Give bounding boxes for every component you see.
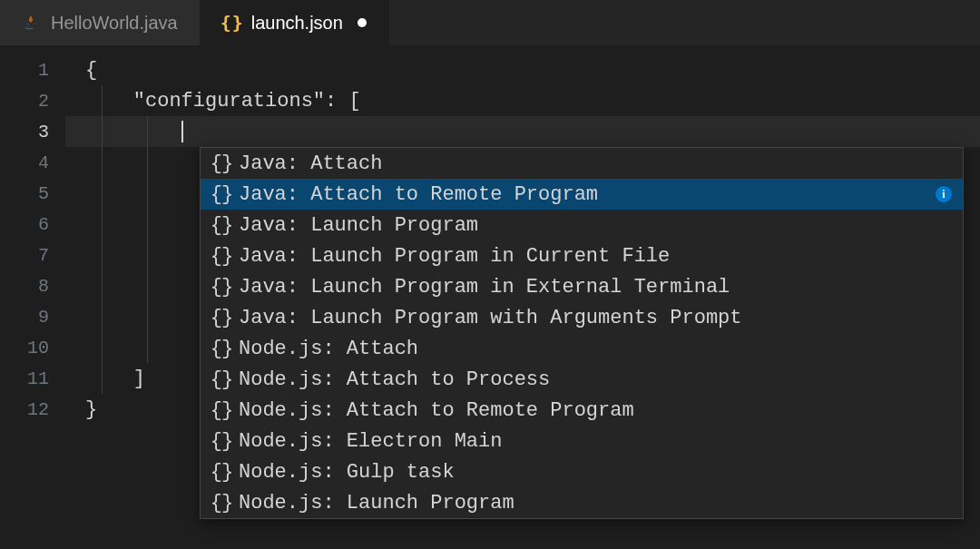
java-icon: [22, 13, 42, 33]
info-icon[interactable]: i: [936, 186, 952, 202]
tab-helloworld-java[interactable]: HelloWorld.java: [0, 0, 201, 45]
object-icon: {}: [208, 461, 235, 484]
object-icon: {}: [208, 214, 235, 237]
object-icon: {}: [208, 183, 235, 206]
line-number: 10: [0, 338, 65, 358]
suggestion-label: Java: Launch Program in External Termina…: [239, 276, 963, 299]
tab-bar: HelloWorld.java {} launch.json: [0, 0, 980, 45]
object-icon: {}: [208, 399, 235, 422]
suggestion-label: Node.js: Attach: [239, 338, 963, 360]
code-content[interactable]: {: [65, 54, 980, 85]
code-content[interactable]: [65, 116, 980, 147]
suggestion-item[interactable]: {}Node.js: Gulp taski: [201, 456, 963, 487]
suggestion-item[interactable]: {}Node.js: Attach to Processi: [201, 364, 963, 395]
object-icon: {}: [208, 276, 235, 299]
suggestion-item[interactable]: {}Java: Launch Program in External Termi…: [201, 271, 963, 302]
line-number: 3: [0, 122, 65, 142]
line-number: 6: [0, 214, 65, 235]
object-icon: {}: [208, 338, 235, 360]
suggestion-item[interactable]: {}Node.js: Attachi: [201, 333, 963, 364]
suggestion-item[interactable]: {}Node.js: Launch Programi: [201, 487, 963, 518]
indent-guide: [102, 332, 103, 363]
suggestion-label: Node.js: Attach to Remote Program: [239, 399, 963, 422]
suggestion-label: Java: Attach to Remote Program: [239, 183, 932, 206]
indent-guide: [147, 147, 148, 178]
object-icon: {}: [208, 152, 235, 175]
code-line[interactable]: 2 "configurations": [: [0, 85, 980, 116]
dirty-indicator-icon: [358, 18, 367, 27]
suggestion-label: Java: Launch Program in Current File: [239, 245, 963, 268]
indent-guide: [102, 240, 103, 270]
object-icon: {}: [208, 492, 235, 515]
suggestion-item[interactable]: {}Java: Launch Programi: [201, 210, 963, 240]
suggestion-label: Java: Launch Program: [239, 214, 963, 237]
indent-guide: [147, 301, 148, 332]
object-icon: {}: [208, 245, 235, 268]
indent-guide: [102, 301, 103, 332]
suggestion-label: Node.js: Electron Main: [239, 430, 963, 453]
indent-guide: [102, 116, 103, 147]
line-number: 2: [0, 91, 65, 112]
line-number: 5: [0, 183, 65, 204]
indent-guide: [102, 209, 103, 240]
line-number: 4: [0, 152, 65, 173]
line-number: 7: [0, 245, 65, 266]
code-line[interactable]: 1{: [0, 54, 980, 85]
suggestion-item[interactable]: {}Node.js: Electron Maini: [201, 426, 963, 456]
suggestion-item[interactable]: {}Java: Attach to Remote Programi: [201, 179, 963, 210]
code-editor[interactable]: 1{2 "configurations": [3 4 5 6 7 8 9 10 …: [0, 45, 980, 425]
suggestion-label: Java: Attach: [239, 152, 963, 175]
indent-guide: [102, 85, 103, 116]
indent-guide: [147, 240, 148, 270]
code-line[interactable]: 3: [0, 116, 980, 147]
object-icon: {}: [208, 430, 235, 453]
code-content[interactable]: "configurations": [: [65, 85, 980, 116]
indent-guide: [102, 363, 103, 394]
object-icon: {}: [208, 368, 235, 391]
indent-guide: [102, 270, 103, 301]
suggestion-label: Node.js: Attach to Process: [239, 368, 963, 391]
line-number: 9: [0, 307, 65, 328]
line-number: 11: [0, 368, 65, 389]
object-icon: {}: [208, 307, 235, 329]
suggestion-label: Node.js: Launch Program: [239, 492, 963, 515]
tab-label: HelloWorld.java: [51, 13, 178, 34]
tab-label: launch.json: [251, 13, 343, 34]
suggestion-item[interactable]: {}Node.js: Attach to Remote Programi: [201, 395, 963, 426]
suggestion-label: Java: Launch Program with Arguments Prom…: [239, 307, 963, 329]
indent-guide: [102, 178, 103, 209]
suggestion-item[interactable]: {}Java: Launch Program with Arguments Pr…: [201, 302, 963, 333]
line-number: 12: [0, 399, 65, 420]
line-number: 1: [0, 60, 65, 81]
suggestion-label: Node.js: Gulp task: [239, 461, 963, 484]
indent-guide: [147, 332, 148, 363]
intellisense-popup: {}Java: Attachi{}Java: Attach to Remote …: [200, 147, 964, 519]
indent-guide: [147, 178, 148, 209]
indent-guide: [102, 147, 103, 178]
suggestion-item[interactable]: {}Java: Launch Program in Current Filei: [201, 240, 963, 271]
indent-guide: [147, 209, 148, 240]
suggestion-item[interactable]: {}Java: Attachi: [201, 148, 963, 179]
indent-guide: [147, 270, 148, 301]
line-number: 8: [0, 276, 65, 297]
json-icon: {}: [222, 13, 242, 33]
indent-guide: [147, 116, 148, 147]
tab-launch-json[interactable]: {} launch.json: [201, 0, 389, 45]
